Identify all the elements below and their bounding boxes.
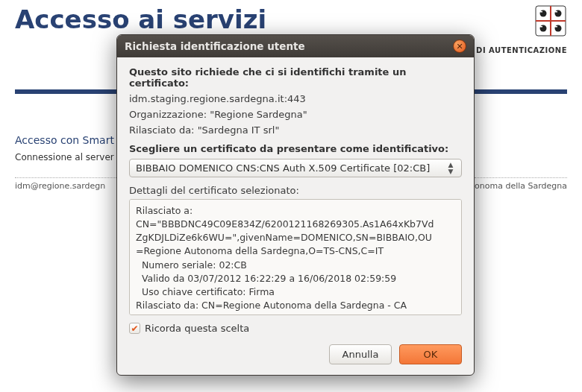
region-logo	[534, 4, 567, 40]
dialog-host: idm.staging.regione.sardegna.it:443	[129, 93, 462, 104]
detail-line: Rilasciato a:	[136, 204, 455, 218]
remember-checkbox[interactable]: ✔ Ricorda questa scelta	[129, 323, 462, 334]
detail-line: CN="BBBDNC49C09E834Z/6200121168269305.As…	[136, 218, 455, 231]
remember-label: Ricorda questa scelta	[145, 323, 249, 334]
svg-rect-10	[555, 26, 557, 28]
detail-line: Numero seriale: 02:CB	[136, 259, 455, 272]
cert-details-box[interactable]: Rilasciato a: CN="BBBDNC49C09E834Z/62001…	[129, 199, 462, 315]
dialog-heading: Questo sito richiede che ci si identific…	[129, 66, 462, 89]
certificate-select[interactable]: BIBBAIO DOMENICO CNS:CNS Auth X.509 Cert…	[129, 159, 462, 177]
svg-point-4	[555, 10, 562, 17]
ok-button[interactable]: OK	[399, 344, 462, 364]
detail-line: Rilasciato da: CN=Regione Autonoma della…	[136, 299, 455, 312]
detail-line: Valido da 03/07/2012 16:22:29 a 16/06/20…	[136, 272, 455, 285]
footer-region: onoma della Sardegna	[475, 177, 567, 191]
dialog-title: Richiesta identificazione utente	[125, 40, 305, 52]
certificate-select-value: BIBBAIO DOMENICO CNS:CNS Auth X.509 Cert…	[136, 162, 443, 174]
dialog-titlebar[interactable]: Richiesta identificazione utente ✕	[117, 35, 474, 57]
svg-rect-7	[540, 11, 542, 13]
close-icon: ✕	[456, 42, 463, 51]
cert-details-label: Dettagli del certificato selezionato:	[129, 185, 462, 196]
svg-point-6	[555, 25, 562, 32]
certificate-dialog: Richiesta identificazione utente ✕ Quest…	[116, 34, 475, 376]
close-button[interactable]: ✕	[453, 39, 466, 53]
svg-point-3	[540, 10, 547, 17]
detail-line: =Regione Autonoma della Sardegna,O=TS-CN…	[136, 244, 455, 258]
cancel-button[interactable]: Annulla	[329, 344, 392, 364]
chevron-down-icon: ▲▼	[445, 162, 457, 175]
footer-email: idm@regione.sardegn	[15, 177, 119, 191]
dialog-issuer: Rilasciato da: "Sardegna IT srl"	[129, 124, 462, 136]
choose-cert-label: Scegliere un certificato da presentare c…	[129, 143, 462, 154]
svg-rect-9	[540, 26, 542, 28]
svg-rect-8	[555, 11, 557, 13]
detail-line: ZgKDJLDiZe6k6WU=",givenName=DOMENICO,SN=…	[136, 231, 455, 244]
detail-line: Cittadini,OU=Servizi di Certificazione,O…	[136, 312, 455, 315]
svg-point-5	[540, 25, 547, 32]
dialog-org: Organizzazione: "Regione Sardegna"	[129, 109, 462, 120]
checkbox-icon: ✔	[129, 323, 140, 334]
detail-line: Uso chiave certificato: Firma	[136, 285, 455, 299]
